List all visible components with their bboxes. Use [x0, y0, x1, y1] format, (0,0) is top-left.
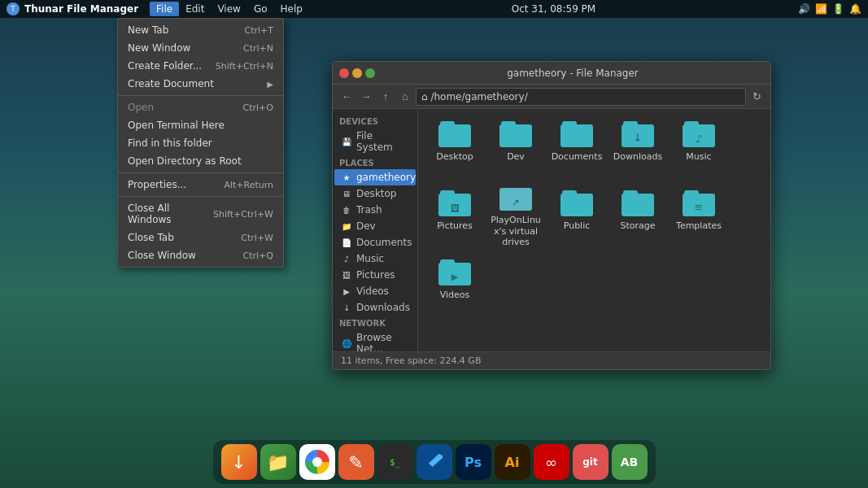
sidebar-item-gametheory[interactable]: ★ gametheory: [334, 169, 416, 185]
music-folder-label: Music: [686, 151, 711, 162]
public-folder-label: Public: [564, 220, 591, 231]
status-text: 11 items, Free space: 224.4 GB: [341, 355, 481, 366]
chrome-icon: [305, 450, 329, 474]
folder-downloads[interactable]: Downloads: [609, 117, 666, 182]
pictures-label: Pictures: [356, 269, 395, 281]
menu-properties[interactable]: Properties... Alt+Return: [118, 176, 283, 194]
menu-edit[interactable]: Edit: [179, 2, 211, 16]
tray-notify-icon[interactable]: 🔔: [849, 3, 861, 15]
path-bar[interactable]: ⌂ /home/gametheory/: [416, 88, 746, 106]
folder-templates[interactable]: Templates: [670, 186, 727, 251]
videos-folder-icon: [438, 259, 471, 285]
window-controls: [339, 68, 375, 78]
dock-illustrator[interactable]: Ai: [495, 444, 530, 480]
sidebar-item-music[interactable]: ♪ Music: [334, 251, 416, 267]
fm-sidebar: DEVICES 💾 File System PLACES ★ gametheor…: [333, 109, 418, 351]
dock-infinity[interactable]: ∞: [534, 444, 569, 480]
templates-folder-icon: [683, 190, 715, 216]
folder-desktop[interactable]: Desktop: [426, 117, 483, 182]
menu-view[interactable]: View: [211, 2, 246, 16]
properties-shortcut: Alt+Return: [224, 180, 273, 190]
playonlinux-folder-icon: [499, 190, 532, 211]
refresh-button[interactable]: ↻: [748, 88, 765, 106]
videos-label: Videos: [356, 285, 389, 297]
menu-go[interactable]: Go: [247, 2, 274, 16]
dock-ab[interactable]: AB: [612, 444, 648, 480]
filesystem-icon: 💾: [341, 136, 352, 147]
sidebar-item-downloads[interactable]: ↓ Downloads: [334, 299, 416, 316]
properties-label: Properties...: [128, 179, 186, 190]
places-section-label: PLACES: [333, 155, 417, 169]
open-terminal-label: Open Terminal Here: [128, 120, 225, 131]
minimize-button[interactable]: [352, 68, 362, 78]
up-button[interactable]: ↑: [377, 88, 395, 106]
trash-label: Trash: [356, 204, 382, 216]
folder-pictures[interactable]: Pictures: [426, 186, 483, 251]
tray-network-icon[interactable]: 📶: [815, 3, 827, 15]
dock-git[interactable]: git: [573, 444, 608, 480]
dock-files[interactable]: 📁: [260, 444, 296, 480]
menu-new-tab[interactable]: New Tab Ctrl+T: [118, 21, 283, 39]
desktop-folder-label: Desktop: [436, 151, 473, 162]
sidebar-item-filesystem[interactable]: 💾 File System: [334, 128, 416, 155]
home-button[interactable]: ⌂: [396, 88, 414, 106]
dock-chrome[interactable]: [299, 444, 335, 480]
music-label: Music: [356, 253, 384, 264]
app-menu: File Edit View Go Help: [150, 2, 309, 16]
back-button[interactable]: ←: [338, 88, 355, 106]
menu-create-document[interactable]: Create Document ▶: [118, 75, 283, 93]
folder-documents[interactable]: Documents: [548, 117, 605, 182]
close-tab-shortcut: Ctrl+W: [241, 233, 273, 243]
dock-notes[interactable]: ✎: [338, 444, 374, 480]
sidebar-item-pictures[interactable]: 🖼 Pictures: [334, 267, 416, 283]
menu-find-folder[interactable]: Find in this folder: [118, 134, 283, 152]
videos-icon: ▶: [341, 285, 352, 297]
sidebar-item-documents[interactable]: 📄 Documents: [334, 234, 416, 251]
forward-button[interactable]: →: [357, 88, 375, 106]
dev-folder-label: Dev: [507, 151, 525, 162]
folder-playonlinux[interactable]: PlayOnLinux's virtual drives: [487, 186, 544, 251]
dev-label: Dev: [356, 220, 376, 232]
folder-videos[interactable]: Videos: [426, 255, 483, 320]
new-tab-shortcut: Ctrl+T: [244, 25, 273, 36]
open-shortcut: Ctrl+O: [243, 102, 273, 113]
music-icon: ♪: [341, 253, 352, 264]
sidebar-item-trash[interactable]: 🗑 Trash: [334, 202, 416, 218]
menu-close-window[interactable]: Close Window Ctrl+Q: [118, 246, 283, 264]
menu-help[interactable]: Help: [274, 2, 309, 16]
folder-music[interactable]: Music: [670, 117, 727, 182]
close-button[interactable]: [339, 68, 349, 78]
gametheory-icon: ★: [341, 172, 352, 183]
dock-terminal[interactable]: $_: [377, 444, 413, 480]
menu-close-all-windows[interactable]: Close All Windows Shift+Ctrl+W: [118, 199, 283, 229]
sidebar-item-videos[interactable]: ▶ Videos: [334, 283, 416, 299]
menu-create-folder[interactable]: Create Folder... Shift+Ctrl+N: [118, 57, 283, 75]
menu-close-tab[interactable]: Close Tab Ctrl+W: [118, 229, 283, 246]
desktop-icon: 🖥: [341, 188, 352, 199]
sidebar-item-desktop[interactable]: 🖥 Desktop: [334, 185, 416, 202]
dock-vscode[interactable]: [417, 444, 452, 480]
create-folder-label: Create Folder...: [128, 60, 202, 72]
folder-public[interactable]: Public: [548, 186, 605, 251]
menu-file[interactable]: File: [150, 2, 179, 16]
tray-volume-icon[interactable]: 🔊: [798, 3, 810, 15]
find-folder-label: Find in this folder: [128, 137, 212, 149]
submenu-arrow: ▶: [267, 80, 273, 89]
menu-open-dir-root[interactable]: Open Directory as Root: [118, 152, 283, 170]
dock-download[interactable]: ↓: [221, 444, 257, 480]
folder-dev[interactable]: Dev: [487, 117, 544, 182]
menu-new-window[interactable]: New Window Ctrl+N: [118, 39, 283, 57]
app-name: Thunar File Manager: [24, 3, 138, 15]
tray-battery-icon[interactable]: 🔋: [832, 3, 844, 15]
sidebar-item-browse-net[interactable]: 🌐 Browse Net...: [334, 329, 416, 351]
menu-open-terminal[interactable]: Open Terminal Here: [118, 116, 283, 134]
gametheory-label: gametheory: [356, 172, 416, 183]
maximize-button[interactable]: [365, 68, 375, 78]
file-manager-titlebar: gametheory - File Manager: [333, 62, 770, 85]
folder-storage[interactable]: Storage: [609, 186, 666, 251]
downloads-label: Downloads: [356, 302, 410, 313]
dock-photoshop[interactable]: Ps: [456, 444, 491, 480]
sidebar-item-dev[interactable]: 📁 Dev: [334, 218, 416, 234]
devices-section-label: DEVICES: [333, 114, 417, 128]
separator-2: [118, 172, 283, 173]
